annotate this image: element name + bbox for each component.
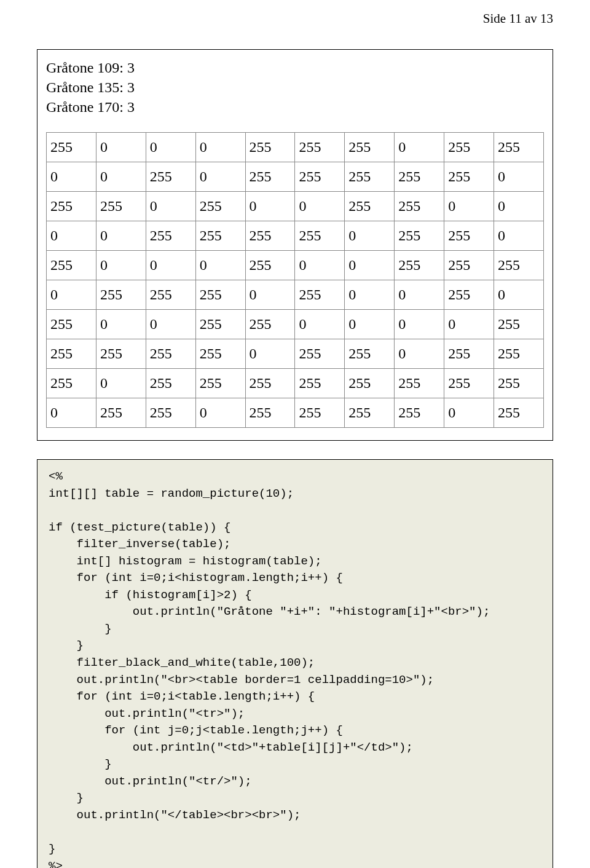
table-cell: 255 bbox=[345, 398, 395, 428]
table-cell: 0 bbox=[345, 280, 395, 310]
table-cell: 255 bbox=[345, 369, 395, 398]
table-cell: 255 bbox=[444, 251, 494, 280]
table-cell: 255 bbox=[494, 251, 544, 280]
table-row: 02552552550255002550 bbox=[47, 280, 544, 310]
table-row: 0025502552552552552550 bbox=[47, 162, 544, 192]
table-cell: 0 bbox=[96, 251, 146, 280]
table-cell: 0 bbox=[146, 251, 195, 280]
table-cell: 0 bbox=[494, 192, 544, 221]
table-cell: 0 bbox=[345, 310, 395, 339]
table-row: 255002552550000255 bbox=[47, 310, 544, 339]
table-cell: 255 bbox=[295, 133, 345, 162]
table-cell: 0 bbox=[395, 310, 444, 339]
table-cell: 0 bbox=[195, 398, 245, 428]
table-cell: 255 bbox=[444, 369, 494, 398]
table-cell: 255 bbox=[345, 339, 395, 369]
document-page: Side 11 av 13 Gråtone 109: 3Gråtone 135:… bbox=[0, 0, 590, 868]
table-cell: 255 bbox=[146, 221, 195, 251]
table-row: 25525525525502552550255255 bbox=[47, 339, 544, 369]
table-cell: 255 bbox=[195, 310, 245, 339]
table-cell: 255 bbox=[395, 162, 444, 192]
table-cell: 255 bbox=[494, 339, 544, 369]
table-cell: 255 bbox=[146, 398, 195, 428]
table-cell: 0 bbox=[47, 221, 96, 251]
table-cell: 0 bbox=[295, 251, 345, 280]
table-cell: 0 bbox=[96, 221, 146, 251]
table-cell: 255 bbox=[146, 339, 195, 369]
table-cell: 255 bbox=[96, 192, 146, 221]
table-cell: 0 bbox=[146, 133, 195, 162]
table-cell: 255 bbox=[444, 162, 494, 192]
table-cell: 0 bbox=[245, 280, 295, 310]
table-cell: 255 bbox=[146, 280, 195, 310]
table-cell: 255 bbox=[195, 221, 245, 251]
code-block: <% int[][] table = random_picture(10); i… bbox=[37, 459, 553, 868]
table-cell: 255 bbox=[47, 251, 96, 280]
table-cell: 0 bbox=[494, 280, 544, 310]
output-figure: Gråtone 109: 3Gråtone 135: 3Gråtone 170:… bbox=[37, 49, 553, 441]
table-cell: 0 bbox=[96, 162, 146, 192]
table-row: 025525502552552552550255 bbox=[47, 398, 544, 428]
table-cell: 255 bbox=[245, 369, 295, 398]
table-cell: 255 bbox=[245, 221, 295, 251]
table-cell: 0 bbox=[245, 339, 295, 369]
table-cell: 0 bbox=[47, 398, 96, 428]
table-cell: 0 bbox=[494, 221, 544, 251]
table-cell: 0 bbox=[395, 339, 444, 369]
table-cell: 255 bbox=[245, 398, 295, 428]
table-cell: 0 bbox=[395, 133, 444, 162]
table-cell: 0 bbox=[345, 251, 395, 280]
table-cell: 255 bbox=[295, 280, 345, 310]
table-cell: 0 bbox=[47, 280, 96, 310]
graytone-line: Gråtone 135: 3 bbox=[46, 78, 544, 97]
table-cell: 255 bbox=[395, 398, 444, 428]
table-cell: 0 bbox=[345, 221, 395, 251]
table-cell: 255 bbox=[395, 369, 444, 398]
table-cell: 0 bbox=[295, 310, 345, 339]
pixel-table: 2550002552552550255255002550255255255255… bbox=[46, 132, 544, 428]
table-cell: 255 bbox=[444, 339, 494, 369]
table-cell: 255 bbox=[395, 192, 444, 221]
table-cell: 255 bbox=[245, 251, 295, 280]
table-cell: 255 bbox=[47, 192, 96, 221]
table-cell: 255 bbox=[295, 398, 345, 428]
table-cell: 0 bbox=[96, 369, 146, 398]
table-cell: 255 bbox=[245, 162, 295, 192]
table-cell: 255 bbox=[47, 133, 96, 162]
table-cell: 255 bbox=[395, 221, 444, 251]
table-cell: 0 bbox=[96, 310, 146, 339]
table-cell: 255 bbox=[444, 221, 494, 251]
table-cell: 255 bbox=[195, 192, 245, 221]
table-cell: 0 bbox=[146, 192, 195, 221]
graytone-list: Gråtone 109: 3Gråtone 135: 3Gråtone 170:… bbox=[46, 58, 544, 116]
table-cell: 255 bbox=[494, 398, 544, 428]
table-cell: 0 bbox=[444, 398, 494, 428]
table-cell: 0 bbox=[295, 192, 345, 221]
table-cell: 0 bbox=[146, 310, 195, 339]
table-cell: 255 bbox=[444, 280, 494, 310]
table-cell: 0 bbox=[395, 280, 444, 310]
table-cell: 255 bbox=[47, 339, 96, 369]
table-cell: 0 bbox=[96, 133, 146, 162]
table-cell: 255 bbox=[146, 162, 195, 192]
table-cell: 255 bbox=[345, 162, 395, 192]
table-cell: 0 bbox=[195, 133, 245, 162]
table-cell: 255 bbox=[295, 369, 345, 398]
table-row: 25525502550025525500 bbox=[47, 192, 544, 221]
table-cell: 0 bbox=[195, 251, 245, 280]
table-cell: 0 bbox=[444, 310, 494, 339]
table-cell: 0 bbox=[245, 192, 295, 221]
table-cell: 255 bbox=[96, 280, 146, 310]
table-cell: 255 bbox=[47, 369, 96, 398]
page-number: Side 11 av 13 bbox=[483, 11, 553, 26]
table-cell: 255 bbox=[494, 310, 544, 339]
table-cell: 255 bbox=[245, 133, 295, 162]
table-cell: 255 bbox=[195, 369, 245, 398]
table-row: 2550002552552550255255 bbox=[47, 133, 544, 162]
table-cell: 255 bbox=[195, 339, 245, 369]
table-cell: 255 bbox=[395, 251, 444, 280]
table-cell: 0 bbox=[444, 192, 494, 221]
table-cell: 255 bbox=[195, 280, 245, 310]
graytone-line: Gråtone 109: 3 bbox=[46, 58, 544, 77]
table-cell: 255 bbox=[47, 310, 96, 339]
